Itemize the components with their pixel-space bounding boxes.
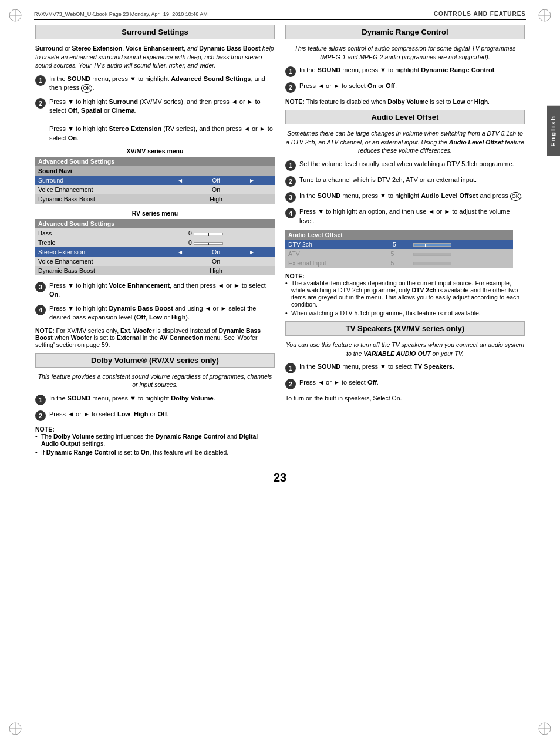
xvmv-menu-header: Advanced Sound Settings [35, 157, 275, 166]
corner-bl [7, 721, 23, 737]
xvmv-caption: XV/MV series menu [35, 147, 275, 154]
step-1-num: 1 [35, 75, 46, 86]
step-1: 1 In the SOUND menu, press ▼ to highligh… [35, 75, 275, 93]
alo-note-list: The available item changes depending on … [285, 280, 525, 317]
rv-bass-label: Bass [35, 228, 167, 238]
rv-dbb-left [167, 266, 186, 275]
alo-step-4-num: 4 [285, 208, 296, 218]
rv-stereo-left: ◄ [167, 247, 186, 257]
content-area: Surround Settings Surround or Stereo Ext… [35, 25, 525, 460]
alo-dtv2ch-bar [410, 240, 512, 249]
step-4: 4 Press ▼ to highlight Dynamic Bass Boos… [35, 304, 275, 322]
left-column: Surround Settings Surround or Stereo Ext… [35, 25, 275, 460]
header-section: CONTROLS AND FEATURES [434, 11, 526, 17]
page-number: 23 [13, 471, 547, 484]
step-4-num: 4 [35, 305, 46, 315]
alo-note-title: NOTE: [285, 272, 525, 280]
tv-step-1-text: In the SOUND menu, press ▼ to select TV … [299, 362, 525, 371]
step-3: 3 Press ▼ to highlight Voice Enhancement… [35, 281, 275, 299]
drc-step-2-num: 2 [285, 82, 296, 93]
alo-table-header-row: Audio Level Offset [285, 230, 513, 240]
xvmv-menu-sub-row: Sound Navi [35, 166, 275, 176]
alo-dtv2ch-value: -5 [387, 240, 410, 249]
dolby-step-1: 1 In the SOUND menu, press ▼ to highligh… [35, 394, 275, 405]
alo-note-item-2: When watching a DTV 5.1ch programme, thi… [285, 309, 525, 317]
alo-note: NOTE: The available item changes dependi… [285, 272, 525, 317]
dolby-step-2: 2 Press ◄ or ► to select Low, High or Of… [35, 410, 275, 421]
english-tab: English [547, 106, 560, 156]
rv-bass-bar-cell: 0 [186, 228, 275, 238]
rv-stereo-right: ► [246, 247, 275, 257]
xvmv-surround-left: ◄ [167, 176, 186, 185]
corner-tr [537, 7, 553, 23]
xvmv-voice-right [246, 185, 275, 194]
alo-external-bar [410, 258, 512, 268]
step-3-num: 3 [35, 282, 46, 292]
page-wrapper: English RVXVMV73_WebOM_UK.book Page 23 M… [0, 0, 560, 744]
rv-row-dbb: Dynamic Bass Boost High [35, 266, 275, 275]
alo-step-2: 2 Tune to a channel which is DTV 2ch, AT… [285, 176, 525, 187]
dolby-note-title: NOTE: [35, 426, 275, 433]
rv-treble-label: Treble [35, 238, 167, 247]
rv-menu-header: Advanced Sound Settings [35, 219, 275, 228]
xvmv-menu-sub: Sound Navi [35, 166, 275, 176]
tv-step-2: 2 Press ◄ or ► to select Off. [285, 378, 525, 389]
dolby-step-2-text: Press ◄ or ► to select Low, High or Off. [49, 410, 275, 419]
rv-caption: RV series menu [35, 210, 275, 217]
rv-voice-label: Voice Enhancement [35, 257, 167, 266]
step-2-text: Press ▼ to highlight Surround (XV/MV ser… [49, 97, 275, 143]
drc-note: NOTE: This feature is disabled when Dolb… [285, 97, 525, 106]
alo-step-2-text: Tune to a channel which is DTV 2ch, ATV … [299, 176, 525, 184]
dolby-note: NOTE: The Dolby Volume setting influence… [35, 426, 275, 456]
rv-dbb-value: High [186, 266, 246, 275]
alo-step-1: 1 Set the volume level usually used when… [285, 160, 525, 171]
alo-step-4-text: Press ▼ to highlight an option, and then… [299, 207, 525, 225]
tv-speakers-intro: You can use this feature to turn off the… [285, 341, 525, 358]
page-header: RVXVMV73_WebOM_UK.book Page 23 Monday, A… [34, 11, 526, 20]
tv-step-1-num: 1 [285, 363, 296, 373]
alo-dtv2ch-label: DTV 2ch [285, 240, 387, 249]
xvmv-surround-value: Off [186, 176, 246, 185]
dolby-note-list: The Dolby Volume setting influences the … [35, 433, 275, 456]
xvmv-row-voice: Voice Enhancement On [35, 185, 275, 194]
tv-extra-note: To turn on the built-in speakers, Select… [285, 394, 525, 403]
drc-step-1: 1 In the SOUND menu, press ▼ to highligh… [285, 66, 525, 77]
step-3-text: Press ▼ to highlight Voice Enhancement, … [49, 281, 275, 299]
xvmv-menu-header-row: Advanced Sound Settings [35, 157, 275, 166]
xvmv-surround-label: Surround [35, 176, 167, 185]
alo-table-header: Audio Level Offset [285, 230, 513, 240]
dolby-intro: This feature provides a consistent sound… [35, 372, 275, 389]
rv-treble-bar-cell: 0 [186, 238, 275, 247]
drc-title: Dynamic Range Control [285, 25, 525, 39]
rv-stereo-value: On [186, 247, 246, 257]
alo-atv-bar [410, 249, 512, 258]
alo-atv-value: 5 [387, 249, 410, 258]
rv-voice-right [246, 257, 275, 266]
xvmv-voice-label: Voice Enhancement [35, 185, 167, 194]
xvmv-row-dbb: Dynamic Bass Boost High [35, 194, 275, 204]
drc-step-2: 2 Press ◄ or ► to select On or Off. [285, 82, 525, 93]
alo-external-value: 5 [387, 258, 410, 268]
dolby-step-2-num: 2 [35, 410, 46, 421]
drc-step-2-text: Press ◄ or ► to select On or Off. [299, 82, 525, 90]
dolby-note-item-1: The Dolby Volume setting influences the … [35, 433, 275, 447]
drc-step-1-text: In the SOUND menu, press ▼ to highlight … [299, 66, 525, 75]
rv-row-bass: Bass 0 [35, 228, 275, 238]
rv-row-voice: Voice Enhancement On [35, 257, 275, 266]
xvmv-dbb-right [246, 194, 275, 204]
drc-intro: This feature allows control of audio com… [285, 44, 525, 61]
alo-step-1-num: 1 [285, 160, 296, 171]
alo-table: Audio Level Offset DTV 2ch -5 ATV 5 [285, 230, 513, 268]
xvmv-dbb-label: Dynamic Bass Boost [35, 194, 167, 204]
step-4-text: Press ▼ to highlight Dynamic Bass Boost … [49, 304, 275, 322]
right-column: Dynamic Range Control This feature allow… [285, 25, 525, 460]
surround-title: Surround Settings [35, 25, 275, 39]
drc-step-1-num: 1 [285, 66, 296, 77]
xvmv-menu-table: Advanced Sound Settings Sound Navi Surro… [35, 157, 275, 204]
dolby-step-1-text: In the SOUND menu, press ▼ to highlight … [49, 394, 275, 403]
xvmv-voice-left [167, 185, 186, 194]
dolby-step-1-num: 1 [35, 395, 46, 405]
rv-treble-arrow [167, 238, 186, 247]
step-2-num: 2 [35, 98, 46, 109]
xvmv-dbb-left [167, 194, 186, 204]
